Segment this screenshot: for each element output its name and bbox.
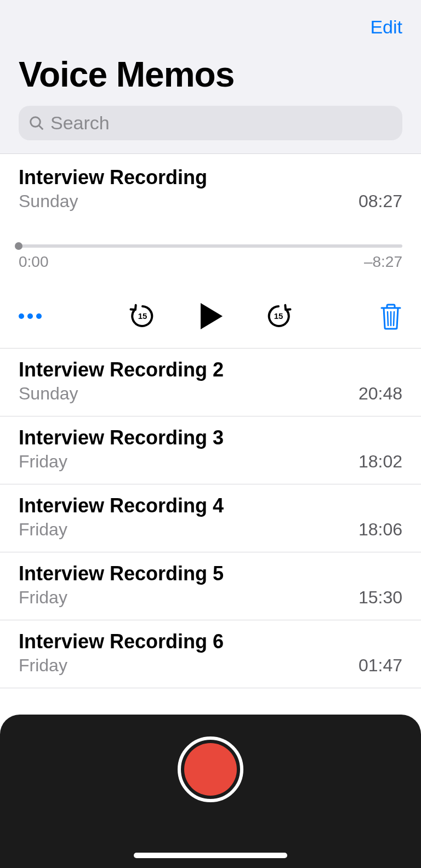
playback-scrubber[interactable] [19, 244, 402, 248]
svg-line-5 [388, 312, 388, 326]
skip-back-15-button[interactable]: 15 [128, 302, 157, 330]
home-indicator[interactable] [134, 853, 287, 858]
skip-forward-15-button[interactable]: 15 [264, 302, 293, 330]
header-area: Edit Voice Memos [0, 0, 421, 154]
recording-title: Interview Recording 6 [19, 630, 402, 653]
svg-line-7 [394, 312, 394, 326]
time-elapsed: 0:00 [19, 253, 49, 271]
recording-day: Sunday [19, 384, 78, 404]
recording-day: Sunday [19, 191, 78, 212]
record-panel [0, 715, 421, 868]
ellipsis-icon [19, 313, 24, 319]
page-title: Voice Memos [19, 54, 402, 95]
recording-title: Interview Recording 3 [19, 426, 402, 449]
svg-text:15: 15 [274, 311, 283, 321]
svg-marker-3 [201, 303, 223, 329]
recording-item[interactable]: Interview Recording 2Sunday20:48 [0, 349, 421, 416]
svg-text:15: 15 [138, 311, 147, 321]
scrubber-thumb[interactable] [15, 242, 22, 250]
record-icon [184, 743, 237, 796]
recording-day: Friday [19, 519, 67, 540]
recording-duration: 15:30 [359, 587, 402, 608]
recording-duration: 01:47 [359, 655, 402, 676]
search-field[interactable] [19, 106, 402, 140]
recording-duration: 08:27 [359, 191, 402, 212]
time-remaining: –8:27 [364, 253, 402, 271]
recording-duration: 18:02 [359, 452, 402, 472]
recording-duration: 20:48 [359, 384, 402, 404]
recording-title: Interview Recording 5 [19, 562, 402, 585]
recording-title: Interview Recording [19, 166, 402, 189]
ellipsis-icon [27, 313, 33, 319]
recording-item[interactable]: Interview Recording 3Friday18:02 [0, 416, 421, 484]
play-button[interactable] [195, 301, 226, 332]
selected-recording[interactable]: Interview Recording Sunday 08:27 0:00 –8… [0, 154, 421, 349]
recording-day: Friday [19, 655, 67, 676]
svg-line-1 [39, 125, 43, 129]
svg-point-0 [31, 117, 41, 127]
recording-title: Interview Recording 4 [19, 494, 402, 517]
delete-button[interactable] [379, 302, 402, 330]
recording-item[interactable]: Interview Recording 6Friday01:47 [0, 620, 421, 688]
recording-item[interactable]: Interview Recording 4Friday18:06 [0, 484, 421, 552]
recording-day: Friday [19, 452, 67, 472]
recording-item[interactable]: Interview Recording 5Friday15:30 [0, 552, 421, 620]
more-options-button[interactable] [19, 313, 42, 319]
recording-day: Friday [19, 587, 67, 608]
recording-title: Interview Recording 2 [19, 358, 402, 381]
record-button[interactable] [178, 736, 243, 802]
recording-list: Interview Recording Sunday 08:27 0:00 –8… [0, 154, 421, 688]
edit-button[interactable]: Edit [370, 16, 402, 38]
search-input[interactable] [50, 112, 392, 134]
ellipsis-icon [36, 313, 42, 319]
recording-duration: 18:06 [359, 519, 402, 540]
search-icon [29, 115, 45, 132]
